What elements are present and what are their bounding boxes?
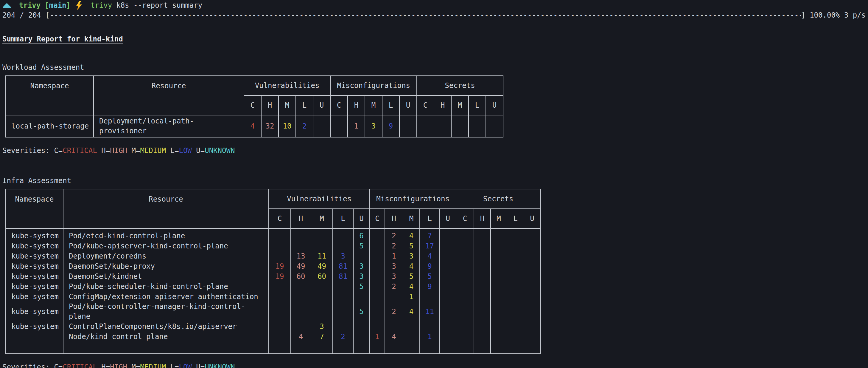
secrets-c-count (456, 261, 474, 272)
secrets-c-count (456, 282, 474, 292)
vulnerabilities-l-count (333, 321, 353, 332)
misconfigurations-u-count (440, 241, 456, 251)
secrets-l-count (507, 272, 524, 282)
report-title: Summary Report for kind-kind (2, 34, 866, 44)
secrets-c-count (456, 251, 474, 261)
misconfigurations-u-count (440, 272, 456, 282)
workload-heading: Workload Assessment (2, 63, 866, 73)
severity-col-header: U (524, 209, 540, 228)
vulnerabilities-u-count (353, 321, 370, 332)
resource-cell: Pod/kube-scheduler-kind-control-plane (63, 282, 269, 292)
table-row: kube-systemDaemonSet/kube-proxy194949813… (6, 261, 540, 272)
misconfigurations-l-count: 9 (382, 115, 399, 137)
bracket-close: ] (66, 1, 71, 9)
resource-cell: Deployment/local-path-provisioner (94, 115, 244, 137)
vulnerabilities-l-count: 81 (333, 261, 353, 272)
misconfigurations-h-count: 2 (385, 302, 403, 321)
col-header-namespace: Namespace (6, 76, 94, 115)
severity-col-header: M (403, 209, 420, 228)
severity-col-header: C (330, 95, 348, 115)
misconfigurations-m-count: 5 (403, 272, 420, 282)
severity-col-header: H (348, 95, 365, 115)
namespace-cell: kube-system (6, 292, 63, 302)
misconfigurations-h-count (385, 292, 403, 302)
secrets-m-count (491, 321, 507, 332)
misconfigurations-l-count: 4 (420, 251, 440, 261)
secrets-l-count (507, 282, 524, 292)
table-row: Node/kind-control-plane472141 (6, 332, 540, 342)
misconfigurations-m-count: 5 (403, 241, 420, 251)
secrets-h-count (474, 282, 491, 292)
resource-cell: Node/kind-control-plane (63, 332, 269, 342)
secrets-l-count (507, 332, 524, 342)
severity-col-header: L (469, 95, 486, 115)
group-header-misconfigurations: Misconfigurations (370, 189, 456, 209)
secrets-u-count (524, 321, 540, 332)
misconfigurations-l-count: 1 (420, 332, 440, 342)
misconfigurations-h-count: 4 (385, 332, 403, 342)
misconfigurations-u-count (440, 292, 456, 302)
resource-cell: ConfigMap/extension-apiserver-authentica… (63, 292, 269, 302)
vulnerabilities-c-count (269, 292, 291, 302)
resource-cell: Pod/etcd-kind-control-plane (63, 228, 269, 241)
vulnerabilities-h-count (291, 292, 311, 302)
misconfigurations-c-count (370, 251, 385, 261)
misconfigurations-m-count: 3 (365, 115, 382, 137)
misconfigurations-c-count (370, 241, 385, 251)
table-row: kube-systemPod/kube-controller-manager-k… (6, 302, 540, 321)
misconfigurations-u-count (440, 228, 456, 241)
table-row: kube-systemPod/kube-scheduler-kind-contr… (6, 282, 540, 292)
vulnerabilities-u-count (353, 332, 370, 342)
misconfigurations-l-count: 5 (420, 272, 440, 282)
secrets-h-count (474, 321, 491, 332)
misconfigurations-l-count: 11 (420, 302, 440, 321)
secrets-h-count (474, 292, 491, 302)
severity-col-header: H (474, 209, 491, 228)
severity-legend: Severities: C=CRITICAL H=HIGH M=MEDIUM L… (2, 146, 866, 156)
vulnerabilities-h-count (291, 228, 311, 241)
secrets-h-count (474, 272, 491, 282)
namespace-cell: local-path-storage (6, 115, 94, 137)
misconfigurations-u-count (440, 302, 456, 321)
group-header-secrets: Secrets (456, 189, 540, 209)
namespace-cell: kube-system (6, 321, 63, 332)
misconfigurations-m-count: 4 (403, 282, 420, 292)
secrets-c-count (456, 241, 474, 251)
vulnerabilities-h-count (291, 321, 311, 332)
misconfigurations-c-count (370, 302, 385, 321)
secrets-m-count (451, 115, 469, 137)
secrets-m-count (491, 302, 507, 321)
severity-col-header: L (296, 95, 313, 115)
secrets-m-count (491, 332, 507, 342)
table-row: kube-systemPod/kube-apiserver-kind-contr… (6, 241, 540, 251)
vulnerabilities-h-count (291, 282, 311, 292)
secrets-m-count (491, 251, 507, 261)
group-header-vulnerabilities: Vulnerabilities (244, 76, 330, 95)
table-row: kube-systemControlPlaneComponents/k8s.io… (6, 321, 540, 332)
severity-col-header: M (491, 209, 507, 228)
table-row: local-path-storageDeployment/local-path-… (6, 115, 503, 137)
misconfigurations-c-count (370, 292, 385, 302)
legend-key: C= (54, 363, 63, 368)
misconfigurations-c-count (370, 272, 385, 282)
table-row: kube-systemDaemonSet/kindnet196060813355 (6, 272, 540, 282)
secrets-h-count (474, 251, 491, 261)
misconfigurations-m-count: 4 (403, 228, 420, 241)
vulnerabilities-u-count: 6 (353, 228, 370, 241)
misconfigurations-u-count (440, 332, 456, 342)
secrets-h-count (434, 115, 451, 137)
misconfigurations-l-count (420, 321, 440, 332)
lightning-icon (76, 1, 82, 10)
secrets-h-count (474, 228, 491, 241)
misconfigurations-c-count (330, 115, 348, 137)
namespace-cell: kube-system (6, 251, 63, 261)
legend-severity-label: UNKNOWN (205, 363, 235, 368)
infra-heading: Infra Assessment (2, 176, 866, 186)
vulnerabilities-c-count: 19 (269, 272, 291, 282)
misconfigurations-h-count: 2 (385, 282, 403, 292)
vulnerabilities-h-count (291, 241, 311, 251)
col-header-namespace: Namespace (6, 189, 63, 228)
misconfigurations-h-count: 2 (385, 241, 403, 251)
vulnerabilities-m-count (311, 228, 333, 241)
vulnerabilities-m-count (311, 282, 333, 292)
